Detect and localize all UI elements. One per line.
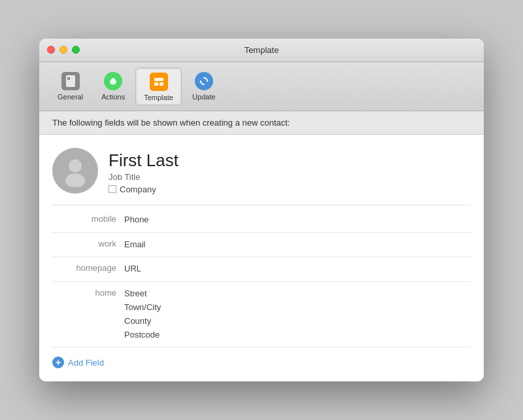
field-values-homepage: URL xyxy=(124,262,471,276)
content-area: First Last Job Title Company mobile Phon… xyxy=(39,135,484,382)
add-field-plus-icon: + xyxy=(52,357,64,368)
company-label: Company xyxy=(120,184,156,194)
svg-rect-4 xyxy=(160,82,163,86)
template-icon xyxy=(148,71,169,92)
field-label-mobile: mobile xyxy=(52,213,124,224)
contact-name: First Last xyxy=(109,150,471,171)
tab-general[interactable]: General xyxy=(50,67,91,105)
field-value-street: Street xyxy=(124,287,471,301)
maximize-button[interactable] xyxy=(72,46,80,54)
field-value-url: URL xyxy=(124,262,471,276)
actions-tab-label: Actions xyxy=(101,93,125,101)
field-label-work: work xyxy=(52,238,124,249)
update-tab-label: Update xyxy=(192,93,215,101)
contact-header: First Last Job Title Company xyxy=(52,148,471,205)
avatar xyxy=(52,148,98,194)
field-values-home: Street Town/City County Postcode xyxy=(124,287,471,341)
field-value-county: County xyxy=(124,315,471,328)
update-icon xyxy=(194,71,214,92)
add-field-row[interactable]: + Add Field xyxy=(52,347,471,368)
field-value-postcode: Postcode xyxy=(124,328,471,342)
general-icon xyxy=(60,71,81,92)
tab-actions[interactable]: Actions xyxy=(93,67,133,105)
svg-rect-0 xyxy=(66,75,75,87)
tab-template[interactable]: Template xyxy=(135,67,182,105)
company-checkbox[interactable] xyxy=(109,185,116,193)
svg-rect-3 xyxy=(154,82,158,86)
field-value-email: Email xyxy=(124,238,471,252)
field-row-mobile: mobile Phone xyxy=(52,208,471,233)
main-window: Template General xyxy=(39,39,484,382)
contact-info: First Last Job Title Company xyxy=(109,148,471,194)
svg-point-7 xyxy=(69,159,82,172)
close-button[interactable] xyxy=(47,46,55,54)
svg-point-8 xyxy=(65,173,85,187)
contact-job-title: Job Title xyxy=(109,172,471,182)
minimize-button[interactable] xyxy=(59,46,67,54)
info-text: The following fields will be shown when … xyxy=(52,118,290,128)
svg-rect-2 xyxy=(154,78,163,81)
field-row-homepage: homepage URL xyxy=(52,257,471,282)
fields-section: mobile Phone work Email homepage URL hom… xyxy=(52,208,471,348)
svg-rect-1 xyxy=(67,77,70,80)
general-tab-label: General xyxy=(58,93,83,101)
traffic-lights xyxy=(47,46,80,54)
info-bar: The following fields will be shown when … xyxy=(39,111,484,135)
toolbar: General Actions xyxy=(39,62,484,111)
add-field-label: Add Field xyxy=(68,358,104,368)
window-title: Template xyxy=(245,45,279,55)
tab-update[interactable]: Update xyxy=(184,67,224,105)
field-value-phone: Phone xyxy=(124,213,471,227)
actions-icon xyxy=(103,71,124,92)
field-values-work: Email xyxy=(124,238,471,252)
field-row-work: work Email xyxy=(52,233,471,258)
field-value-city: Town/City xyxy=(124,301,471,315)
field-row-home: home Street Town/City County Postcode xyxy=(52,282,471,347)
field-label-homepage: homepage xyxy=(52,262,124,273)
field-label-home: home xyxy=(52,287,124,298)
contact-company-row: Company xyxy=(109,184,471,194)
title-bar: Template xyxy=(39,39,484,62)
field-values-mobile: Phone xyxy=(124,213,471,227)
template-tab-label: Template xyxy=(144,94,173,101)
